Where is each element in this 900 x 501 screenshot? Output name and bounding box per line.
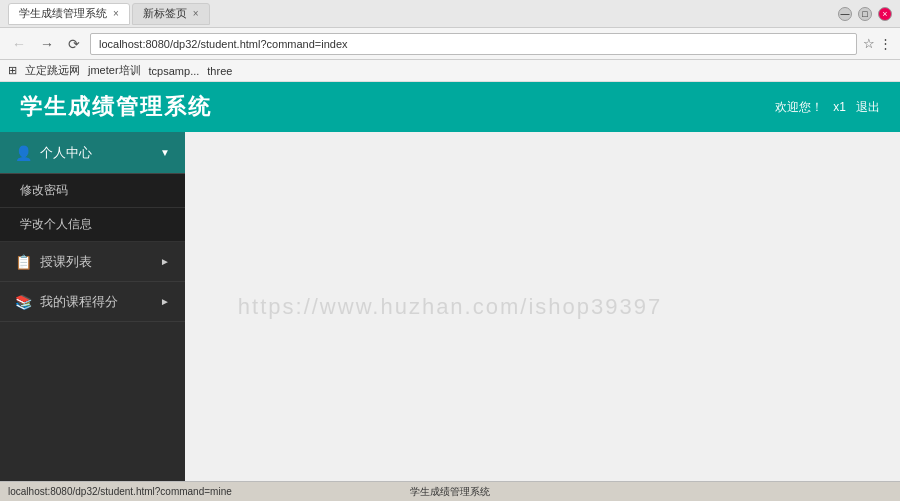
arrow-right-icon-0: ► <box>160 256 170 267</box>
app-body: 👤 个人中心 ▼ 修改密码 学改个人信息 📋 授课列表 <box>0 132 900 481</box>
submenu-label-1: 学改个人信息 <box>20 216 92 233</box>
submenu-label-0: 修改密码 <box>20 182 68 199</box>
status-bar: localhost:8080/dp32/student.html?command… <box>0 481 900 501</box>
apps-icon: ⊞ <box>8 64 17 77</box>
back-btn[interactable]: ← <box>8 34 30 54</box>
reload-btn[interactable]: ⟳ <box>64 34 84 54</box>
sidebar-personal-center[interactable]: 👤 个人中心 ▼ <box>0 132 185 174</box>
welcome-text: 欢迎您！ <box>775 99 823 116</box>
bookmark-0[interactable]: 立定跳远网 <box>25 63 80 78</box>
tab-active[interactable]: 学生成绩管理系统 × <box>8 3 130 25</box>
menu-my-scores[interactable]: 📚 我的课程得分 ► <box>0 282 185 322</box>
bookmark-1[interactable]: jmeter培训 <box>88 63 141 78</box>
minimize-btn[interactable]: — <box>838 7 852 21</box>
logout-link[interactable]: 退出 <box>856 99 880 116</box>
status-center: 学生成绩管理系统 <box>410 485 490 499</box>
menu-label-0: 授课列表 <box>40 253 92 271</box>
app-title: 学生成绩管理系统 <box>20 92 212 122</box>
scores-icon: 📚 <box>15 294 32 310</box>
bookmark-icon[interactable]: ☆ <box>863 36 875 51</box>
sidebar: 👤 个人中心 ▼ 修改密码 学改个人信息 📋 授课列表 <box>0 132 185 481</box>
submenu-change-password[interactable]: 修改密码 <box>0 174 185 208</box>
address-bar: ← → ⟳ ☆ ⋮ <box>0 28 900 60</box>
bookmark-2[interactable]: tcpsamp... <box>149 65 200 77</box>
bookmarks-bar: ⊞ 立定跳远网 jmeter培训 tcpsamp... three <box>0 60 900 82</box>
arrow-right-icon-1: ► <box>160 296 170 307</box>
maximize-btn[interactable]: □ <box>858 7 872 21</box>
menu-course-list[interactable]: 📋 授课列表 ► <box>0 242 185 282</box>
main-content: https://www.huzhan.com/ishop39397 <box>185 132 900 481</box>
title-bar: 学生成绩管理系统 × 新标签页 × — □ × <box>0 0 900 28</box>
address-input[interactable] <box>90 33 857 55</box>
arrow-down-icon: ▼ <box>160 147 170 158</box>
bookmark-3[interactable]: three <box>207 65 232 77</box>
submenu-personal-info[interactable]: 学改个人信息 <box>0 208 185 242</box>
username-text: x1 <box>833 100 846 114</box>
toolbar-icons: ☆ ⋮ <box>863 36 892 51</box>
close-btn[interactable]: × <box>878 7 892 21</box>
watermark: https://www.huzhan.com/ishop39397 <box>238 294 662 320</box>
user-icon: 👤 <box>15 145 32 161</box>
sidebar-main-label: 个人中心 <box>40 144 160 162</box>
app-header: 学生成绩管理系统 欢迎您！ x1 退出 <box>0 82 900 132</box>
tab-inactive[interactable]: 新标签页 × <box>132 3 210 25</box>
window-controls: — □ × <box>838 7 892 21</box>
tab-close-active[interactable]: × <box>113 8 119 19</box>
forward-btn[interactable]: → <box>36 34 58 54</box>
tab-label-2: 新标签页 <box>143 6 187 21</box>
menu-icon[interactable]: ⋮ <box>879 36 892 51</box>
course-list-icon: 📋 <box>15 254 32 270</box>
menu-label-1: 我的课程得分 <box>40 293 118 311</box>
app-area: 学生成绩管理系统 欢迎您！ x1 退出 👤 个人中心 ▼ 修改密 <box>0 82 900 481</box>
tab-close-inactive[interactable]: × <box>193 8 199 19</box>
header-right: 欢迎您！ x1 退出 <box>775 99 880 116</box>
tab-label: 学生成绩管理系统 <box>19 6 107 21</box>
submenu: 修改密码 学改个人信息 <box>0 174 185 242</box>
browser-frame: 学生成绩管理系统 × 新标签页 × — □ × ← → ⟳ ☆ ⋮ ⊞ 立定跳远… <box>0 0 900 501</box>
